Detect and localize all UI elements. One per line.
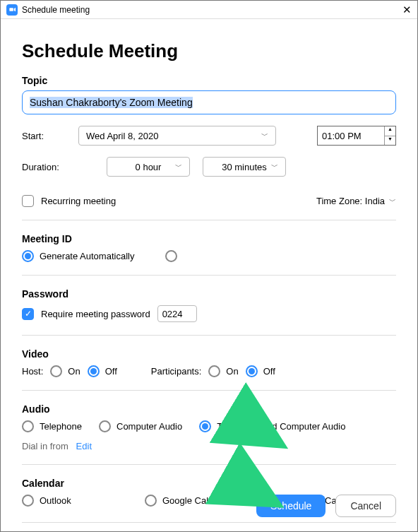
radio-icon — [208, 365, 220, 377]
password-heading: Password — [22, 288, 396, 300]
meeting-id-heading: Meeting ID — [22, 233, 396, 244]
start-time-value: 01:00 PM — [322, 131, 362, 141]
start-label: Start: — [22, 131, 78, 141]
video-participants-off[interactable]: Off — [246, 365, 275, 377]
start-date-value: Wed April 8, 2020 — [86, 131, 158, 141]
radio-icon — [88, 365, 100, 377]
divider — [22, 335, 396, 336]
divider — [22, 275, 396, 276]
calendar-google-option[interactable]: Google Calendar — [145, 495, 265, 507]
duration-hours-select[interactable]: 0 hour ﹀ — [107, 157, 190, 177]
meeting-id-auto-label: Generate Automatically — [40, 251, 134, 261]
radio-icon — [50, 365, 62, 377]
divider — [22, 522, 396, 523]
radio-icon — [22, 420, 34, 432]
video-heading: Video — [22, 348, 396, 360]
chevron-down-icon: ﹀ — [271, 162, 278, 172]
schedule-meeting-window: Schedule meeting ✕ Schedule Meeting Topi… — [0, 0, 418, 532]
audio-heading: Audio — [22, 403, 396, 415]
topic-label: Topic — [22, 75, 396, 86]
password-input[interactable]: 0224 — [157, 305, 197, 322]
radio-icon — [199, 420, 211, 432]
video-participants-on[interactable]: On — [208, 365, 238, 377]
radio-icon — [145, 495, 157, 507]
radio-icon — [22, 495, 34, 507]
time-spinner[interactable]: ▲▼ — [384, 126, 395, 145]
titlebar: Schedule meeting ✕ — [1, 1, 417, 19]
dial-in-edit-link[interactable]: Edit — [76, 441, 92, 451]
start-date-select[interactable]: Wed April 8, 2020 ﹀ — [78, 126, 276, 146]
video-host-off[interactable]: Off — [88, 365, 117, 377]
divider — [22, 390, 396, 391]
divider — [22, 220, 396, 220]
chevron-down-icon: ﹀ — [389, 196, 396, 206]
duration-minutes-select[interactable]: 30 minutes ﹀ — [203, 157, 286, 177]
topic-input[interactable]: Sushan Chakraborty's Zoom Meeting — [22, 90, 396, 114]
calendar-heading: Calendar — [22, 478, 396, 489]
calendar-outlook-option[interactable]: Outlook — [22, 495, 128, 507]
password-value: 0224 — [162, 309, 183, 319]
audio-both-option[interactable]: Telephone and Computer Audio — [199, 420, 345, 432]
zoom-app-icon — [6, 4, 18, 16]
audio-computer-option[interactable]: Computer Audio — [99, 420, 182, 432]
cancel-button[interactable]: Cancel — [335, 495, 396, 517]
meeting-id-auto-option[interactable]: Generate Automatically — [22, 250, 134, 262]
video-host-label: Host: — [22, 366, 43, 377]
video-participants-label: Participants: — [151, 366, 202, 377]
duration-minutes-value: 30 minutes — [222, 162, 267, 172]
page-title: Schedule Meeting — [22, 40, 396, 62]
window-title: Schedule meeting — [22, 5, 90, 15]
chevron-down-icon: ﹀ — [175, 162, 182, 172]
dial-in-label: Dial in from — [22, 441, 68, 451]
recurring-label: Recurring meeting — [41, 196, 116, 206]
svg-rect-0 — [9, 8, 13, 11]
close-icon[interactable]: ✕ — [402, 4, 412, 16]
chevron-down-icon: ﹀ — [261, 131, 268, 141]
meeting-id-personal-option[interactable] — [165, 250, 183, 262]
require-password-checkbox[interactable] — [22, 308, 34, 320]
schedule-button[interactable]: Schedule — [256, 495, 326, 517]
timezone-label: Time Zone: India — [316, 196, 385, 206]
audio-telephone-option[interactable]: Telephone — [22, 420, 82, 432]
start-time-input[interactable]: 01:00 PM ▲▼ — [317, 126, 396, 146]
topic-value: Sushan Chakraborty's Zoom Meeting — [30, 97, 193, 108]
divider — [22, 464, 396, 465]
video-host-on[interactable]: On — [50, 365, 80, 377]
duration-label: Duration: — [22, 162, 78, 172]
recurring-checkbox[interactable] — [22, 195, 34, 207]
require-password-label: Require meeting password — [41, 309, 150, 319]
radio-icon — [22, 250, 34, 262]
radio-icon — [99, 420, 111, 432]
radio-icon — [246, 365, 258, 377]
duration-hours-value: 0 hour — [136, 162, 162, 172]
timezone-select[interactable]: Time Zone: India ﹀ — [316, 196, 396, 206]
radio-icon — [165, 250, 177, 262]
